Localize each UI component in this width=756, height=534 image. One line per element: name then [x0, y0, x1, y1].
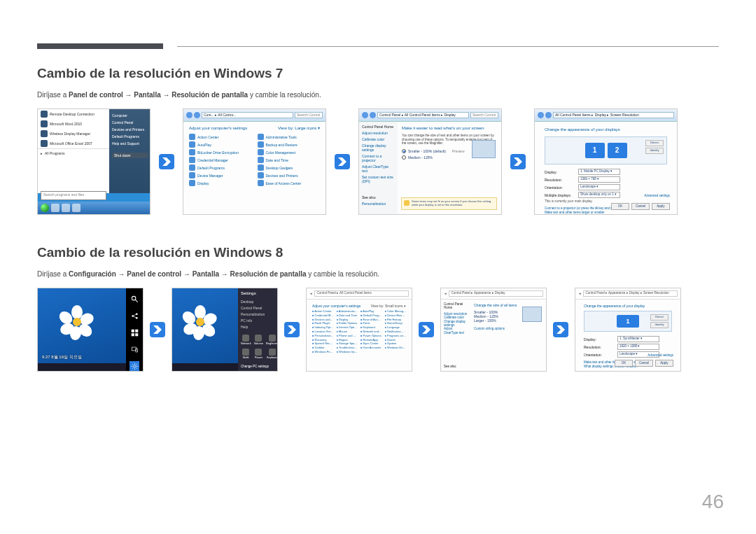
- resolution-select[interactable]: 1920 × 1080 ▾: [617, 344, 659, 350]
- cp-item[interactable]: Display: [189, 180, 252, 186]
- taskbar-pin[interactable]: [51, 204, 59, 212]
- cp-item[interactable]: Personalization: [312, 335, 334, 338]
- cp-item[interactable]: Date and Time: [337, 314, 358, 318]
- start-right-item[interactable]: Help and Support: [112, 140, 148, 147]
- start-right-item[interactable]: Default Programs: [112, 133, 148, 140]
- address-bar[interactable]: Control Panel ▸ Appearance ▸ Display: [449, 290, 543, 297]
- cp-item[interactable]: Color Management: [258, 149, 321, 155]
- nav-fwd-icon[interactable]: [545, 112, 552, 118]
- cp-item[interactable]: Credential Manager: [312, 314, 334, 318]
- settings-item[interactable]: Desktop: [241, 300, 274, 304]
- cp-item[interactable]: Windows Firewall: [312, 351, 334, 354]
- cp-item[interactable]: Windows Update: [337, 351, 358, 354]
- cp-item[interactable]: Device Manager: [385, 314, 407, 318]
- cp-item[interactable]: Credential Manager: [189, 157, 252, 163]
- display-select[interactable]: 1. Mobile PC Display ▾: [578, 169, 620, 175]
- cancel-button[interactable]: Cancel: [635, 360, 653, 367]
- display-select[interactable]: 1. SyncMaster ▾: [617, 336, 659, 342]
- quick-icon[interactable]: Notif.: [241, 349, 251, 360]
- cp-item[interactable]: Language: [385, 326, 407, 330]
- detect-button[interactable]: Detect: [645, 140, 664, 146]
- cp-item[interactable]: Devices and Printers: [312, 318, 334, 322]
- ok-button[interactable]: OK: [615, 360, 633, 367]
- cp-item[interactable]: File History: [385, 318, 407, 322]
- view-by-dropdown[interactable]: View by: Small icons ▾: [371, 304, 406, 308]
- start-right-item[interactable]: Devices and Printers: [112, 126, 148, 133]
- start-item[interactable]: Microsoft Office Excel 2007: [38, 139, 109, 148]
- cp-item[interactable]: Notification Area: [385, 330, 407, 334]
- cancel-button[interactable]: Cancel: [631, 203, 650, 210]
- all-programs[interactable]: ▸ All Programs: [38, 148, 109, 157]
- address-bar[interactable]: All Control Panel Items ▸ Display ▸ Scre…: [553, 112, 674, 118]
- see-also-link[interactable]: Personalization: [362, 202, 386, 206]
- sidebar-link[interactable]: Change display settings: [444, 320, 468, 328]
- cp-item[interactable]: Programs and Features: [385, 335, 407, 338]
- start-right-item[interactable]: Control Panel: [112, 119, 148, 126]
- cp-item[interactable]: Fonts: [360, 322, 382, 325]
- nav-back-icon[interactable]: ◄: [309, 292, 312, 295]
- monitor-1[interactable]: 1: [585, 143, 605, 158]
- advanced-settings-link[interactable]: Advanced settings: [648, 353, 673, 357]
- cp-item[interactable]: AutoPlay: [360, 310, 382, 314]
- address-bar[interactable]: Control Panel ▸ All Control Panel Items …: [377, 112, 469, 118]
- nav-back-icon[interactable]: ◄: [444, 292, 447, 295]
- cp-item[interactable]: Default Programs: [189, 164, 252, 171]
- nav-back-icon[interactable]: [186, 112, 192, 118]
- cp-item[interactable]: Color Management: [385, 310, 407, 314]
- custom-sizing-link[interactable]: Custom sizing options: [474, 327, 542, 330]
- quick-icon[interactable]: Keyboard: [266, 349, 278, 360]
- taskbar-pin[interactable]: [62, 204, 70, 212]
- address-bar[interactable]: Cont... ▸ All Contro...: [202, 112, 293, 118]
- sidebar-link[interactable]: Change display settings: [362, 143, 395, 152]
- help-link[interactable]: Make text and other items larger or smal…: [545, 211, 667, 214]
- cp-item[interactable]: Administrative Tools: [337, 310, 358, 314]
- advanced-settings-link[interactable]: Advanced settings: [644, 194, 670, 197]
- start-right-item[interactable]: Computer: [112, 112, 148, 119]
- charm-settings-icon[interactable]: [130, 361, 139, 371]
- cp-item[interactable]: BitLocker Drive Encryption: [189, 149, 252, 155]
- cp-item[interactable]: Speech Recognition: [312, 342, 334, 346]
- start-item[interactable]: Microsoft Word 2010: [38, 119, 109, 129]
- start-orb-icon[interactable]: [41, 204, 49, 212]
- address-bar[interactable]: Control Panel ▸ All Control Panel Items: [314, 290, 409, 297]
- charm-search-icon[interactable]: [130, 294, 139, 304]
- nav-back-icon[interactable]: [362, 112, 368, 118]
- quick-icon[interactable]: Brightness: [266, 335, 278, 346]
- settings-item[interactable]: Help: [241, 325, 274, 329]
- cp-item[interactable]: Phone and Modem: [337, 335, 358, 338]
- orientation-select[interactable]: Landscape ▾: [578, 184, 620, 190]
- settings-item[interactable]: PC info: [241, 318, 274, 323]
- sidebar-link[interactable]: Adjust resolution: [362, 131, 395, 135]
- cp-item[interactable]: Mouse: [337, 330, 358, 334]
- cp-item[interactable]: Internet Options: [337, 326, 358, 330]
- address-bar[interactable]: Control Panel ▸ Appearance ▸ Display ▸ S…: [583, 290, 678, 297]
- cp-item[interactable]: System: [385, 342, 407, 346]
- view-by-dropdown[interactable]: View by: Large icons ▾: [278, 126, 320, 131]
- quick-icon[interactable]: Network: [241, 335, 251, 346]
- cp-item[interactable]: Devices and Printers: [258, 172, 321, 178]
- charm-start-icon[interactable]: [130, 328, 139, 337]
- quick-icon[interactable]: Volume: [254, 335, 263, 346]
- cp-item[interactable]: Sync Center: [360, 342, 382, 346]
- cp-item[interactable]: Recovery: [312, 339, 334, 342]
- cp-item[interactable]: User Accounts: [360, 346, 382, 350]
- identify-button[interactable]: Identify: [645, 148, 664, 154]
- start-search-input[interactable]: Search programs and files: [41, 191, 106, 200]
- cp-item[interactable]: AutoPlay: [189, 141, 252, 148]
- cp-item[interactable]: Storage Spaces: [337, 342, 358, 346]
- search-input[interactable]: Search Control Panel: [470, 112, 498, 118]
- cp-item[interactable]: Taskbar: [312, 346, 334, 350]
- cp-item[interactable]: Display: [337, 318, 358, 322]
- cp-item[interactable]: Sound: [385, 339, 407, 342]
- cp-item[interactable]: Backup and Restore: [258, 141, 321, 148]
- search-input[interactable]: Search Control Panel: [295, 112, 323, 118]
- cp-item[interactable]: Action Center: [312, 310, 334, 314]
- cp-item[interactable]: Location Settings: [312, 330, 334, 334]
- change-pc-settings[interactable]: Change PC settings: [241, 365, 274, 368]
- cp-item[interactable]: Default Programs: [360, 314, 382, 318]
- cp-item[interactable]: Windows Defender: [385, 346, 407, 350]
- sidebar-link[interactable]: Set custom text size (DPI): [362, 175, 395, 183]
- apply-button[interactable]: Apply: [655, 360, 673, 367]
- monitor-2[interactable]: 2: [608, 143, 627, 158]
- cp-item[interactable]: Network and Sharing: [360, 330, 382, 334]
